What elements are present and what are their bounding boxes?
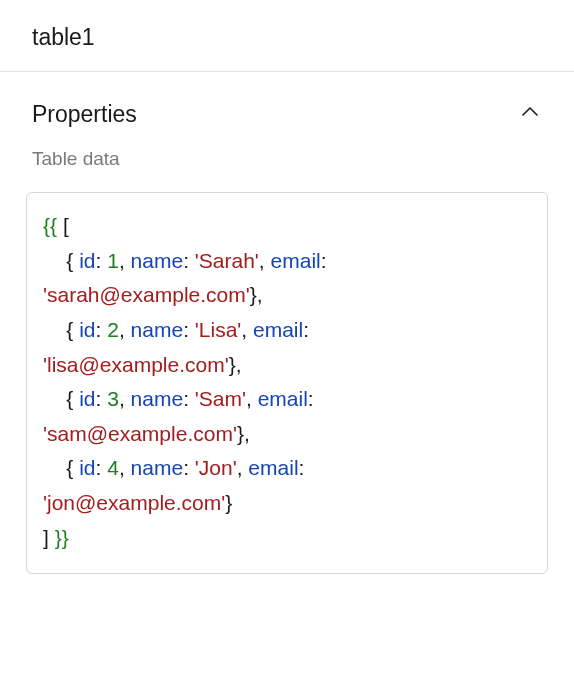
component-name[interactable]: table1 xyxy=(32,24,542,51)
panel-header: table1 xyxy=(0,0,574,72)
properties-section-toggle[interactable]: Properties xyxy=(0,72,574,136)
chevron-up-icon xyxy=(518,100,542,128)
table-data-input[interactable]: {{ [ { id: 1, name: 'Sarah', email: 'sar… xyxy=(26,192,548,574)
table-data-label: Table data xyxy=(0,136,574,170)
properties-title: Properties xyxy=(32,101,137,128)
